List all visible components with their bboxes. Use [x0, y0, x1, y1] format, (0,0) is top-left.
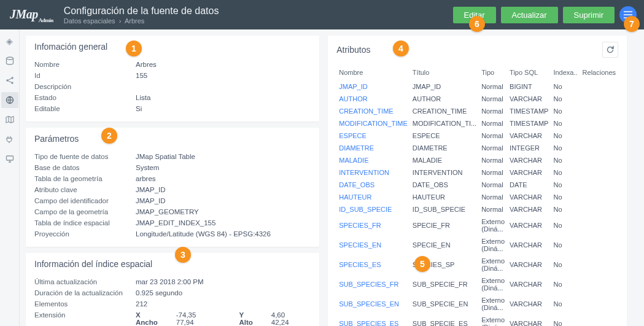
general-info-title: Infomación general — [26, 36, 319, 56]
right-column: Atributos Nombre Título Tipo Tipo SQL — [328, 36, 627, 320]
annotation-badge-2: 2 — [101, 128, 117, 144]
annotation-badge-3: 3 — [175, 247, 191, 263]
update-button[interactable]: Actualizar — [501, 7, 558, 23]
left-column: Infomación general NombreArbres Id155 De… — [26, 36, 319, 320]
svg-point-3 — [11, 82, 14, 84]
attr-name-link[interactable]: MODIFICATION_TIME — [336, 117, 410, 130]
database-icon[interactable] — [1, 53, 18, 69]
attr-name-link[interactable]: ESPECE — [336, 130, 410, 142]
attr-name-link[interactable]: INTERVENTION — [336, 166, 410, 179]
annotation-badge-1: 1 — [126, 41, 142, 56]
svg-point-2 — [11, 77, 14, 79]
page-title: Configuración de la fuente de datos — [64, 6, 453, 17]
attr-name-link[interactable]: CREATION_TIME — [336, 105, 410, 117]
globe-icon[interactable] — [1, 92, 18, 108]
attribute-row[interactable]: SPECIES_ENSPECIE_ENExterno (Diná...VARCH… — [336, 235, 618, 255]
parameters-title: Parámetros — [26, 128, 319, 149]
main-content: Infomación general NombreArbres Id155 De… — [20, 29, 633, 326]
attribute-row[interactable]: MODIFICATION_TIMEMODIFICATION_TI...Norma… — [336, 117, 618, 130]
attr-name-link[interactable]: AUTHOR — [336, 93, 410, 105]
refresh-attributes-button[interactable] — [602, 42, 618, 58]
attributes-table: Nombre Título Tipo Tipo SQL Indexa.. Rel… — [336, 65, 618, 326]
attribute-row[interactable]: AUTHORAUTHORNormalVARCHARNo — [336, 93, 618, 105]
breadcrumb: Datos espaciales › Arbres — [64, 17, 453, 25]
left-sidebar: ◈ — [0, 29, 20, 326]
svg-point-1 — [6, 79, 9, 82]
monitor-icon[interactable] — [1, 151, 18, 167]
attribute-row[interactable]: SUB_SPECIES_FRSUB_SPECIE_FRExterno (Diná… — [336, 274, 618, 294]
delete-button[interactable]: Suprimir — [563, 7, 615, 23]
attr-name-link[interactable]: MALADIE — [336, 154, 410, 166]
attr-name-link[interactable]: SUB_SPECIES_EN — [336, 294, 410, 314]
annotation-badge-6: 6 — [469, 16, 485, 32]
attribute-row[interactable]: SUB_SPECIES_ENSUB_SPECIE_ENExterno (Diná… — [336, 294, 618, 314]
attributes-card: Atributos Nombre Título Tipo Tipo SQL — [328, 36, 627, 326]
attribute-row[interactable]: DATE_OBSDATE_OBSNormalDATENo — [336, 179, 618, 191]
app-logo: JMapAdmin — [10, 7, 53, 23]
svg-rect-5 — [6, 156, 13, 160]
dashboard-icon[interactable]: ◈ — [1, 33, 18, 49]
attr-name-link[interactable]: SPECIES_FR — [336, 215, 410, 235]
annotation-badge-4: 4 — [393, 41, 409, 56]
attr-name-link[interactable]: SPECIES_EN — [336, 235, 410, 255]
attr-name-link[interactable]: JMAP_ID — [336, 80, 410, 93]
attr-name-link[interactable]: DATE_OBS — [336, 179, 410, 191]
plug-icon[interactable] — [1, 131, 18, 147]
attribute-row[interactable]: INTERVENTIONINTERVENTIONNormalVARCHARNo — [336, 166, 618, 179]
attribute-row[interactable]: SPECIES_ESSPECIES_SPExterno (Diná...VARC… — [336, 255, 618, 274]
attr-name-link[interactable]: ID_SUB_SPECIE — [336, 203, 410, 215]
spatial-index-card: Información del índice espacial Última a… — [26, 253, 319, 326]
attribute-row[interactable]: ID_SUB_SPECIEID_SUB_SPECIENormalVARCHARN… — [336, 203, 618, 215]
database-link[interactable]: System — [136, 164, 159, 171]
attribute-row[interactable]: JMAP_IDJMAP_IDNormalBIGINTNo — [336, 80, 618, 93]
attribute-row[interactable]: DIAMETREDIAMETRENormalINTEGERNo — [336, 142, 618, 154]
attr-name-link[interactable]: SUB_SPECIES_ES — [336, 314, 410, 326]
attribute-row[interactable]: HAUTEURHAUTEURNormalVARCHARNo — [336, 191, 618, 203]
share-icon[interactable] — [1, 72, 18, 88]
map-icon[interactable] — [1, 112, 18, 128]
parameters-card: Parámetros Tipo de fuente de datosJMap S… — [26, 128, 319, 247]
header-title-block: Configuración de la fuente de datos Dato… — [64, 6, 453, 25]
breadcrumb-link-arbres[interactable]: Arbres — [125, 17, 144, 25]
attributes-header-row: Nombre Título Tipo Tipo SQL Indexa.. Rel… — [336, 65, 618, 80]
attribute-row[interactable]: SUB_SPECIES_ESSUB_SPECIE_ESExterno (Diná… — [336, 314, 618, 326]
attribute-row[interactable]: SPECIES_FRSPECIE_FRExterno (Diná...VARCH… — [336, 215, 618, 235]
annotation-badge-7: 7 — [624, 16, 640, 32]
attributes-title: Atributos — [336, 45, 370, 55]
breadcrumb-link-spatial[interactable]: Datos espaciales — [64, 17, 115, 25]
spatial-index-title: Información del índice espacial — [26, 253, 319, 274]
general-info-card: Infomación general NombreArbres Id155 De… — [26, 36, 319, 122]
annotation-badge-5: 5 — [414, 256, 430, 272]
attribute-row[interactable]: CREATION_TIMECREATION_TIMENormalTIMESTAM… — [336, 105, 618, 117]
topbar: JMapAdmin Configuración de la fuente de … — [0, 0, 644, 29]
attr-name-link[interactable]: DIAMETRE — [336, 142, 410, 154]
attribute-row[interactable]: MALADIEMALADIENormalVARCHARNo — [336, 154, 618, 166]
attr-name-link[interactable]: SPECIES_ES — [336, 255, 410, 274]
attribute-row[interactable]: ESPECEESPECENormalVARCHARNo — [336, 130, 618, 142]
attr-name-link[interactable]: SUB_SPECIES_FR — [336, 274, 410, 294]
attr-name-link[interactable]: HAUTEUR — [336, 191, 410, 203]
svg-point-0 — [6, 57, 13, 60]
